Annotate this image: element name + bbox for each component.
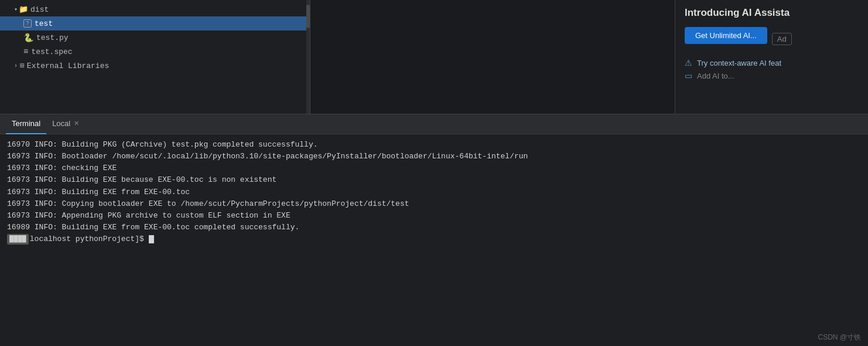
unknown-file-icon: ? — [23, 19, 32, 28]
tab-terminal[interactable]: Terminal — [6, 114, 46, 134]
dist-label: dist — [30, 5, 49, 14]
python-icon: 🐍 — [23, 33, 33, 43]
terminal-tabs-bar: Terminal Local ✕ — [0, 114, 868, 134]
editor-area — [310, 0, 675, 114]
top-area: ▾ 📁 dist ? test 🐍 test.py ≡ test.spec — [0, 0, 868, 114]
bottom-terminal: Terminal Local ✕ 16970 INFO: Building PK… — [0, 114, 868, 346]
test-py-label: test.py — [36, 33, 69, 42]
folder-icon: 📁 — [19, 5, 28, 14]
prompt-path: localhost pythonProject]$ — [30, 233, 144, 245]
tree-item-test-spec[interactable]: ≡ test.spec — [0, 45, 310, 59]
tree-item-test[interactable]: ? test — [0, 16, 310, 30]
library-icon: ⊞ — [20, 61, 25, 70]
terminal-line-2: 16973 INFO: checking EXE — [7, 162, 861, 174]
prompt-user: ████ — [7, 234, 29, 245]
file-tree: ▾ 📁 dist ? test 🐍 test.py ≡ test.spec — [0, 0, 310, 114]
chevron-down-icon: ▾ — [14, 6, 18, 13]
terminal-content: 16970 INFO: Building PKG (CArchive) test… — [0, 134, 868, 346]
ai-more-text: Add AI to... — [697, 72, 734, 80]
context-icon: ⚠ — [685, 58, 692, 67]
test-spec-label: test.spec — [31, 48, 72, 56]
ai-context-row: ⚠ Try context-aware AI feat — [685, 58, 859, 67]
get-unlimited-ai-button[interactable]: Get Unlimited AI... — [685, 27, 767, 44]
ad-badge: Ad — [772, 33, 792, 45]
watermark: CSDN @寸铁 — [818, 333, 861, 342]
tab-terminal-label: Terminal — [12, 119, 40, 128]
tree-item-test-py[interactable]: 🐍 test.py — [0, 30, 310, 45]
terminal-line-1: 16973 INFO: Bootloader /home/scut/.local… — [7, 151, 861, 162]
spec-icon: ≡ — [23, 47, 28, 56]
terminal-line-3: 16973 INFO: Building EXE because EXE-00.… — [7, 174, 861, 186]
tree-item-dist[interactable]: ▾ 📁 dist — [0, 2, 310, 16]
ai-panel-title: Introducing AI Assista — [685, 7, 859, 19]
terminal-line-6: 16973 INFO: Appending PKG archive to cus… — [7, 210, 861, 222]
terminal-line-4: 16973 INFO: Building EXE from EXE-00.toc — [7, 186, 861, 198]
terminal-line-0: 16970 INFO: Building PKG (CArchive) test… — [7, 139, 861, 151]
terminal-line-7: 16989 INFO: Building EXE from EXE-00.toc… — [7, 222, 861, 233]
tab-local-label: Local — [52, 119, 70, 128]
ai-context-text: Try context-aware AI feat — [697, 59, 781, 67]
tab-local-close-icon[interactable]: ✕ — [74, 120, 79, 127]
ext-libraries-label: External Libraries — [27, 62, 109, 70]
cursor — [149, 235, 154, 243]
test-file-label: test — [35, 19, 53, 28]
ai-more-icon: ▭ — [685, 71, 692, 80]
terminal-prompt-line[interactable]: ████ localhost pythonProject]$ — [7, 233, 861, 245]
scrollbar-thumb[interactable] — [306, 5, 310, 28]
ai-panel: Introducing AI Assista Get Unlimited AI.… — [675, 0, 868, 114]
tab-local[interactable]: Local ✕ — [46, 114, 85, 134]
chevron-right-icon: › — [14, 63, 18, 69]
tree-item-external-libraries[interactable]: › ⊞ External Libraries — [0, 59, 310, 73]
terminal-line-5: 16973 INFO: Copying bootloader EXE to /h… — [7, 198, 861, 210]
ai-more-row: ▭ Add AI to... — [685, 71, 859, 80]
file-tree-scrollbar[interactable] — [306, 0, 310, 114]
